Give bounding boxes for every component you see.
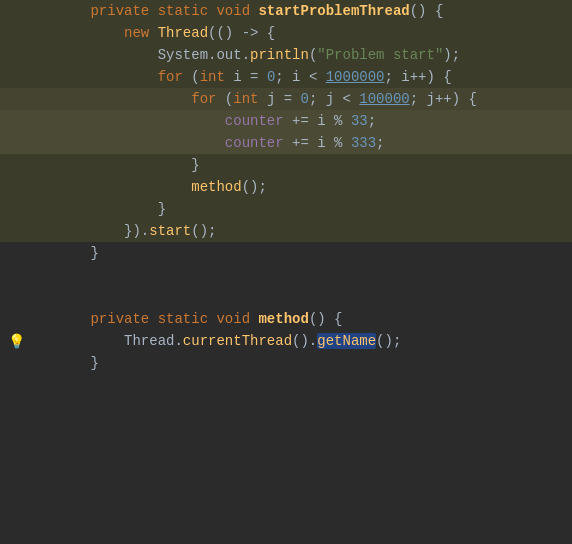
line-content-12: } [32,229,572,277]
line-gutter-m2: 💡 [0,333,32,350]
code-line-method-3: } [0,352,572,374]
code-editor: private static void startProblemThread()… [0,0,572,544]
code-line-12: } [0,242,572,264]
line-content-m3: } [32,339,572,387]
bulb-icon[interactable]: 💡 [8,333,25,350]
brace-close-method: } [90,355,98,371]
brace-close-4: } [90,245,98,261]
